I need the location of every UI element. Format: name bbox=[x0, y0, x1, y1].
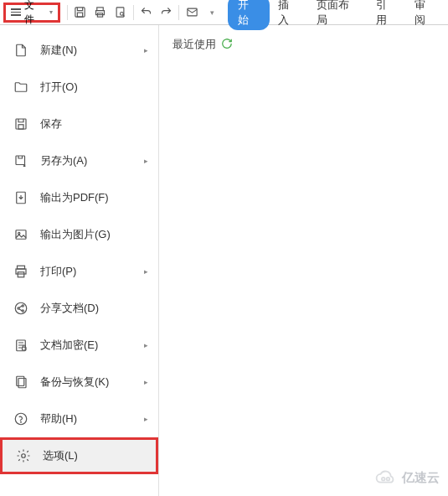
print-icon bbox=[12, 262, 30, 281]
backup-icon bbox=[12, 373, 30, 391]
menu-backup[interactable]: 备份与恢复(K) ▸ bbox=[0, 364, 158, 400]
menu-help[interactable]: 帮助(H) ▸ bbox=[0, 400, 158, 437]
chevron-right-icon: ▸ bbox=[144, 341, 148, 349]
watermark: 亿速云 bbox=[375, 469, 440, 486]
tab-reference[interactable]: 引用 bbox=[368, 0, 406, 31]
menu-new[interactable]: 新建(N) ▸ bbox=[0, 32, 158, 69]
svg-rect-1 bbox=[78, 13, 83, 17]
chevron-right-icon: ▸ bbox=[144, 267, 148, 276]
save-icon[interactable] bbox=[71, 3, 90, 22]
watermark-text: 亿速云 bbox=[402, 470, 440, 486]
menu-label: 另存为(A) bbox=[40, 153, 87, 168]
file-menu-button[interactable]: 文件 ▾ bbox=[3, 3, 60, 23]
svg-rect-12 bbox=[16, 230, 26, 240]
file-menu-label: 文件 bbox=[24, 0, 44, 27]
menu-label: 保存 bbox=[40, 116, 62, 132]
menu-save[interactable]: 保存 bbox=[0, 106, 158, 142]
separator bbox=[67, 5, 68, 20]
chevron-right-icon: ▸ bbox=[144, 157, 148, 165]
svg-rect-0 bbox=[75, 8, 85, 17]
tab-insert[interactable]: 插入 bbox=[270, 0, 308, 31]
menu-share[interactable]: 分享文档(D) bbox=[0, 290, 158, 327]
menu-label: 打印(P) bbox=[40, 264, 76, 279]
menu-label: 选项(L) bbox=[43, 448, 78, 463]
redo-icon[interactable] bbox=[157, 3, 175, 22]
main-area: 新建(N) ▸ 打开(O) 保存 另存为(A) ▸ 输出为PDF(F) 输出为图… bbox=[0, 25, 448, 496]
help-icon bbox=[12, 410, 30, 428]
menu-print[interactable]: 打印(P) ▸ bbox=[0, 253, 158, 290]
svg-point-27 bbox=[22, 454, 26, 458]
menu-export-image[interactable]: 输出为图片(G) bbox=[0, 216, 158, 253]
open-folder-icon bbox=[12, 78, 30, 96]
print-icon[interactable] bbox=[91, 3, 110, 22]
ribbon-tabs: 开始 插入 页面布局 引用 审阅 bbox=[228, 0, 445, 31]
recent-label: 最近使用 bbox=[173, 37, 216, 52]
refresh-icon[interactable] bbox=[221, 38, 233, 52]
menu-label: 分享文档(D) bbox=[40, 301, 99, 316]
save-as-icon bbox=[12, 152, 30, 170]
share-icon bbox=[12, 299, 30, 318]
export-image-icon bbox=[12, 225, 30, 244]
svg-point-25 bbox=[15, 413, 27, 425]
chevron-right-icon: ▸ bbox=[144, 46, 148, 54]
menu-open[interactable]: 打开(O) bbox=[0, 69, 158, 106]
svg-rect-9 bbox=[18, 125, 23, 129]
separator bbox=[133, 5, 134, 20]
save-icon bbox=[12, 115, 30, 133]
svg-point-28 bbox=[382, 478, 385, 481]
svg-rect-8 bbox=[16, 119, 26, 129]
menu-export-pdf[interactable]: 输出为PDF(F) bbox=[0, 179, 158, 216]
content-pane: 最近使用 bbox=[159, 25, 246, 496]
svg-point-29 bbox=[387, 478, 390, 481]
chevron-right-icon: ▸ bbox=[144, 378, 148, 386]
new-doc-icon bbox=[12, 41, 30, 59]
preview-icon[interactable] bbox=[111, 3, 130, 22]
cloud-icon bbox=[375, 469, 397, 486]
svg-point-26 bbox=[21, 421, 22, 422]
hamburger-icon bbox=[11, 8, 21, 16]
svg-rect-16 bbox=[18, 272, 24, 277]
dropdown-icon[interactable]: ▾ bbox=[203, 3, 221, 22]
recent-used-header[interactable]: 最近使用 bbox=[173, 37, 233, 52]
chevron-down-icon: ▾ bbox=[49, 8, 53, 16]
toolbar: 文件 ▾ ▾ 开始 插入 页面布局 引用 审阅 bbox=[0, 0, 448, 25]
separator bbox=[178, 5, 179, 20]
file-side-menu: 新建(N) ▸ 打开(O) 保存 另存为(A) ▸ 输出为PDF(F) 输出为图… bbox=[0, 25, 159, 496]
settings-icon bbox=[14, 447, 33, 465]
menu-label: 新建(N) bbox=[40, 43, 77, 58]
menu-label: 输出为图片(G) bbox=[40, 227, 111, 242]
menu-label: 打开(O) bbox=[40, 80, 78, 95]
svg-rect-10 bbox=[16, 156, 25, 165]
tab-page-layout[interactable]: 页面布局 bbox=[308, 0, 368, 31]
undo-icon[interactable] bbox=[137, 3, 156, 22]
tab-review[interactable]: 审阅 bbox=[406, 0, 445, 31]
menu-encrypt[interactable]: 文档加密(E) ▸ bbox=[0, 327, 158, 364]
menu-label: 帮助(H) bbox=[40, 411, 77, 426]
chevron-right-icon: ▸ bbox=[144, 415, 148, 423]
svg-point-17 bbox=[15, 302, 27, 314]
menu-label: 备份与恢复(K) bbox=[40, 375, 109, 390]
encrypt-icon bbox=[12, 336, 30, 354]
export-pdf-icon bbox=[12, 189, 30, 207]
menu-label: 文档加密(E) bbox=[40, 338, 98, 353]
menu-label: 输出为PDF(F) bbox=[40, 190, 109, 205]
menu-save-as[interactable]: 另存为(A) ▸ bbox=[0, 142, 158, 179]
menu-options[interactable]: 选项(L) bbox=[0, 437, 158, 474]
mail-icon[interactable] bbox=[183, 3, 201, 22]
